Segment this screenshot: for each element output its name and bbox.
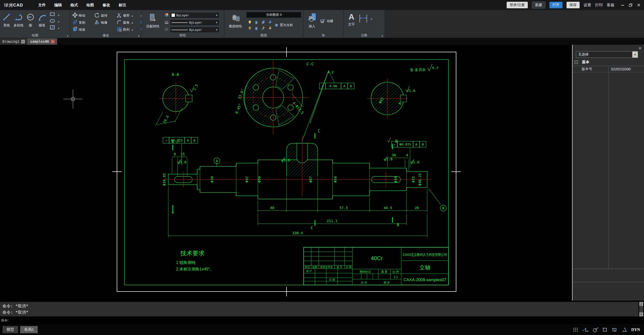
fillet-button[interactable]: 圆角 ◢ — [117, 20, 140, 26]
dimension-tool-button[interactable]: ◢ — [358, 12, 372, 33]
ellipse-icon — [50, 19, 55, 24]
current-layer-field[interactable]: 当前图层 0 — [247, 12, 301, 18]
model-tab[interactable]: 模型 — [3, 326, 18, 333]
text-tool-button[interactable]: A 文字 — [348, 12, 355, 33]
color-select[interactable]: ByLayer ▼ — [170, 12, 220, 18]
close-button[interactable] — [637, 3, 640, 7]
lineweight-sample — [172, 22, 188, 23]
snap-toggle-icon[interactable] — [582, 327, 589, 332]
fillet-dropdown-icon[interactable]: ◢ — [131, 22, 133, 24]
array-button[interactable]: 阵列 ◢ — [117, 27, 140, 33]
settings-button[interactable]: 设置 — [584, 3, 591, 8]
rotate-button[interactable]: 旋转 — [95, 13, 117, 19]
draw-expand-icon[interactable]: ▼ — [67, 35, 69, 37]
layer-lock-icon[interactable] — [267, 20, 272, 25]
dimension-text: 26 — [415, 206, 419, 210]
print-button[interactable]: 打印 — [595, 3, 603, 8]
set-current-layer-button[interactable]: 置为当前 — [274, 22, 293, 28]
svg-text:共 张: 共 张 — [360, 281, 367, 284]
collapse-icon[interactable] — [575, 61, 578, 64]
menu-annotate[interactable]: 标注 — [119, 3, 126, 8]
color-dropdown-icon: ▼ — [216, 14, 218, 17]
layer-properties-button[interactable]: 图层特性 — [226, 12, 245, 33]
copy-button[interactable]: 复制 — [72, 20, 95, 26]
create-block-button[interactable]: 创建 — [320, 18, 333, 24]
menu-edit[interactable]: 编辑 — [54, 3, 62, 8]
section-label-annotate: 注释 — [344, 33, 385, 38]
login-register-button[interactable]: 登录/注册 — [507, 2, 528, 8]
ellipse-dropdown-icon[interactable]: ◢ — [58, 20, 59, 23]
hatch-button[interactable]: ◢ — [50, 25, 59, 31]
layer-sun-icon[interactable] — [260, 26, 265, 31]
menu-format[interactable]: 格式 — [70, 3, 78, 8]
grid-toggle-icon[interactable] — [573, 327, 578, 332]
angle-toggle-icon[interactable] — [621, 327, 627, 332]
ortho-toggle-icon[interactable] — [602, 327, 608, 332]
panel-close-icon[interactable]: ✕ — [638, 46, 641, 50]
arc-button[interactable]: 圆弧 — [37, 13, 47, 33]
polar-toggle-icon[interactable] — [592, 327, 598, 332]
hatch-dropdown-icon[interactable]: ◢ — [58, 27, 59, 29]
menu-modify[interactable]: 修改 — [103, 3, 110, 8]
svg-text:更改文件名: 更改文件名 — [320, 266, 333, 268]
dimension-text: 44.5 — [384, 206, 392, 210]
insert-block-button[interactable]: 插入 — [307, 12, 317, 29]
restore-button[interactable] — [629, 3, 632, 7]
dimension-dropdown-icon[interactable]: ◢ — [371, 18, 372, 20]
linetype-select[interactable]: ByLayer ▼ — [170, 27, 220, 33]
match-properties-button[interactable]: 匹配特性 — [143, 12, 163, 33]
dimension-text: √1.6 — [178, 160, 186, 164]
tab-samples06-close-icon[interactable]: ✕ — [51, 40, 55, 43]
tab-samples06[interactable]: samples06 ✕ — [27, 38, 57, 45]
move-button[interactable]: 移动 — [72, 13, 95, 19]
scroll-down-icon[interactable]: ▼ — [639, 312, 643, 316]
trim-button[interactable]: 修剪 ◢ — [117, 13, 140, 19]
layer-thaw-icon[interactable] — [254, 20, 259, 25]
scale-icon — [72, 27, 77, 33]
new-file-button[interactable]: 新建 — [532, 2, 545, 9]
modify-expand-icon[interactable]: ▼ — [138, 35, 140, 37]
layer-off-icon[interactable] — [247, 26, 252, 31]
dimension-text: 211.1 — [327, 219, 337, 223]
rectangle-dropdown-icon[interactable]: ◢ — [58, 14, 59, 16]
menu-draw[interactable]: 绘图 — [87, 3, 94, 8]
service-button[interactable]: 客服 — [607, 3, 614, 8]
osnap-toggle-icon[interactable] — [612, 327, 618, 332]
open-file-button[interactable]: 打开 — [549, 2, 562, 8]
scroll-up-icon[interactable]: ▲ — [639, 302, 643, 306]
save-file-button[interactable]: 保存 — [567, 2, 580, 8]
command-history[interactable]: 命令: *取消* 命令: *取消* — [0, 302, 638, 316]
trim-dropdown-icon[interactable]: ◢ — [131, 15, 133, 17]
layer-freeze-icon[interactable] — [260, 20, 265, 25]
selection-dropdown[interactable]: 无选择 ▼ — [576, 51, 638, 58]
command-input[interactable]: 命令: — [1, 318, 9, 323]
drawing-viewport[interactable]: A-A29.41.5C-C4.223.8°8-45°4-Φ13.5B-B其余6.… — [0, 45, 572, 301]
set-current-icon — [274, 22, 279, 28]
lineweight-select[interactable]: ByLayer ▼ — [170, 19, 220, 26]
circle-button[interactable]: 圆 — [26, 13, 35, 33]
array-dropdown-icon[interactable]: ◢ — [131, 29, 133, 31]
tab-drawing1-close-icon[interactable]: ✕ — [21, 40, 25, 43]
dimension-text: Φ39 — [394, 176, 398, 182]
mirror-button[interactable]: 镜像 — [95, 20, 117, 26]
tab-drawing1[interactable]: Drawing1 ✕ — [0, 38, 27, 45]
scale-button[interactable]: 缩放 — [72, 27, 95, 33]
svg-text:日 期: 日 期 — [329, 278, 335, 281]
command-area: 命令: *取消* 命令: *取消* ▲ ▼ 命令: — [0, 301, 644, 324]
minimize-button[interactable] — [621, 3, 624, 7]
layer-isolate-icon[interactable] — [254, 26, 259, 31]
menu-file[interactable]: 文件 — [38, 3, 46, 8]
annotate-expand-icon[interactable]: ▼ — [381, 35, 383, 37]
dyn-toggle[interactable]: DYN — [631, 327, 640, 332]
dimension-text: 57.5 — [339, 206, 348, 210]
layout1-tab[interactable]: 布局1 — [20, 326, 38, 333]
ellipse-button[interactable]: ◢ — [50, 19, 59, 24]
command-scrollbar[interactable]: ▲ ▼ — [639, 302, 643, 316]
layer-unlock-icon[interactable] — [267, 26, 272, 31]
ribbon-section-layers: 图层特性 当前图层 0 — [224, 10, 303, 38]
line-button[interactable]: 直线 — [2, 13, 11, 33]
polyline-button[interactable]: 多段线 — [14, 13, 23, 33]
selection-dropdown-arrow-icon[interactable]: ▼ — [632, 52, 638, 58]
layer-on-icon[interactable] — [247, 20, 252, 25]
rectangle-button[interactable]: ◢ — [50, 12, 59, 18]
